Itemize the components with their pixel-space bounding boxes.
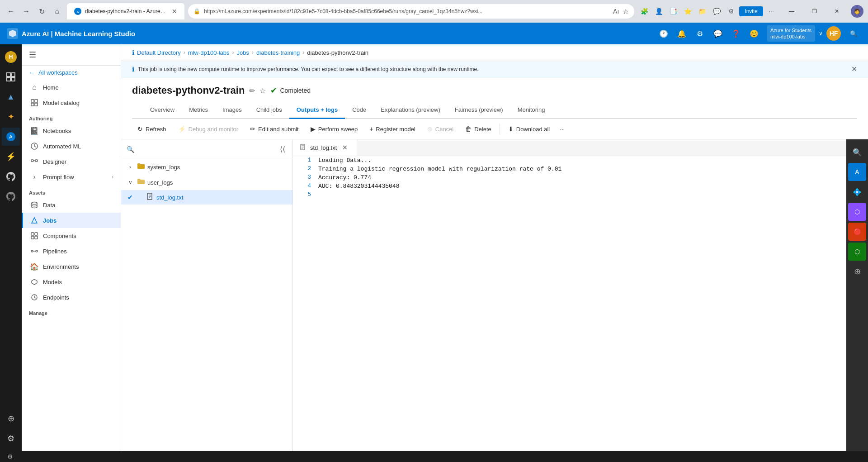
- line-number-1: 1: [300, 157, 311, 163]
- collections-icon[interactable]: 📁: [696, 5, 708, 18]
- right-search-button[interactable]: 🔍: [848, 143, 866, 161]
- sidebar-item-notebooks[interactable]: 📓 Notebooks: [22, 123, 121, 138]
- sidebar-azure-btn[interactable]: A: [2, 128, 20, 146]
- tab-fairness[interactable]: Fairness (preview): [448, 102, 510, 119]
- refresh-button[interactable]: ↻: [35, 5, 48, 18]
- notifications-icon[interactable]: 🔔: [675, 26, 689, 41]
- settings-icon-browser[interactable]: ⚙: [725, 5, 737, 18]
- tab-images[interactable]: Images: [215, 102, 249, 119]
- tree-item-std-log[interactable]: ✔ std_log.txt: [121, 190, 292, 205]
- tab-overview[interactable]: Overview: [143, 102, 182, 119]
- tab-child-jobs[interactable]: Child jobs: [249, 102, 289, 119]
- right-purple-button[interactable]: ⬡: [848, 203, 866, 221]
- home-button[interactable]: ⌂: [51, 5, 63, 18]
- cancel-button[interactable]: ⊗ Cancel: [422, 123, 459, 135]
- sidebar-item-automated-ml[interactable]: Automated ML: [22, 138, 121, 154]
- sidebar-lightning-btn[interactable]: ⚡: [2, 148, 20, 166]
- breadcrumb-diabetes-training[interactable]: diabetes-training: [256, 49, 300, 56]
- sidebar-item-prompt-flow[interactable]: › Prompt flow ›: [22, 169, 121, 185]
- bookmark-icon[interactable]: ☆: [623, 7, 629, 16]
- tab-code[interactable]: Code: [345, 102, 373, 119]
- sidebar-item-endpoints[interactable]: Endpoints: [22, 290, 121, 305]
- tab-explanations[interactable]: Explanations (preview): [373, 102, 448, 119]
- sidebar-item-data[interactable]: Data: [22, 197, 121, 213]
- emoji-icon[interactable]: 😊: [747, 26, 761, 41]
- svg-point-19: [32, 202, 37, 205]
- refresh-button[interactable]: ↻ Refresh: [132, 123, 172, 135]
- sidebar-item-model-catalog[interactable]: Model catalog: [22, 95, 121, 110]
- user-avatar[interactable]: HF: [826, 26, 841, 41]
- maximize-button[interactable]: ❐: [804, 3, 825, 19]
- close-button[interactable]: ✕: [826, 3, 847, 19]
- help-icon[interactable]: ❓: [729, 26, 743, 41]
- sidebar-spark-btn[interactable]: ✦: [2, 108, 20, 126]
- tree-item-user-logs[interactable]: ∨ user_logs: [121, 175, 292, 190]
- sidebar-item-environments[interactable]: 🏠 Environments: [22, 259, 121, 274]
- minimize-button[interactable]: —: [781, 3, 802, 19]
- address-bar[interactable]: 🔒 https://ml.azure.com/experiments/id/18…: [188, 4, 634, 19]
- profile-icon-browser[interactable]: 👤: [652, 5, 665, 18]
- sidebar-item-components[interactable]: Components: [22, 228, 121, 243]
- tab-close-button[interactable]: ✕: [172, 8, 177, 15]
- browser-tab[interactable]: A diabetes-pythonv2-train - Azure AI | M…: [67, 3, 184, 19]
- reading-list-icon[interactable]: 📑: [667, 5, 679, 18]
- register-model-button[interactable]: + Register model: [364, 123, 421, 135]
- download-all-button[interactable]: ⬇ Download all: [503, 123, 555, 135]
- all-workspaces-button[interactable]: ← All workspaces: [22, 66, 121, 80]
- sidebar-settings-gear-btn[interactable]: ⚙: [2, 429, 20, 448]
- right-green-button[interactable]: ⬡: [848, 243, 866, 261]
- sidebar-profile-btn[interactable]: H: [2, 48, 20, 66]
- perform-sweep-button[interactable]: ▶ Perform sweep: [305, 123, 363, 135]
- more-actions-button[interactable]: ···: [556, 123, 568, 135]
- favorites-icon[interactable]: ⭐: [681, 5, 694, 18]
- more-button[interactable]: ···: [765, 5, 778, 18]
- user-profile-icon[interactable]: 🧑: [851, 5, 863, 18]
- back-button[interactable]: ←: [5, 5, 17, 18]
- tab-metrics[interactable]: Metrics: [182, 102, 215, 119]
- sidebar-triangle-btn[interactable]: ▲: [2, 88, 20, 106]
- edit-submit-button[interactable]: ✏ Edit and submit: [245, 123, 304, 135]
- right-add-button[interactable]: ⊕: [848, 262, 866, 281]
- breadcrumb-mlw[interactable]: mlw-dp100-labs: [188, 49, 230, 56]
- feedback-icon[interactable]: 💬: [711, 26, 725, 41]
- user-dropdown-arrow[interactable]: ∨: [819, 30, 823, 37]
- sidebar-item-models[interactable]: Models: [22, 274, 121, 290]
- search-icon-top[interactable]: 🔍: [846, 26, 861, 41]
- sidebar-add-btn[interactable]: ⊕: [2, 410, 20, 428]
- right-copilot-button[interactable]: 💠: [848, 183, 866, 201]
- file-tab-std-log[interactable]: std_log.txt ✕: [293, 139, 357, 156]
- tab-monitoring[interactable]: Monitoring: [510, 102, 552, 119]
- breadcrumb-sep-2: ›: [232, 49, 234, 56]
- tab-outputs-logs[interactable]: Outputs + logs: [289, 102, 345, 119]
- hamburger-button[interactable]: ☰: [29, 50, 36, 60]
- extensions-icon[interactable]: 🧩: [638, 5, 651, 18]
- bottom-settings-button[interactable]: ⚙: [7, 453, 13, 460]
- browser-chat-icon[interactable]: 💬: [710, 5, 723, 18]
- tree-item-system-logs[interactable]: › system_logs: [121, 159, 292, 175]
- right-orange-button[interactable]: 🔴: [848, 223, 866, 241]
- debug-monitor-button[interactable]: ⚡ Debug and monitor: [173, 123, 244, 135]
- delete-button[interactable]: 🗑 Delete: [460, 123, 497, 135]
- settings-icon[interactable]: ⚙: [693, 26, 707, 41]
- star-icon[interactable]: ☆: [259, 86, 266, 95]
- invite-button[interactable]: Invite: [739, 6, 763, 16]
- sidebar-item-designer[interactable]: Designer: [22, 154, 121, 169]
- sidebar-item-home[interactable]: ⌂ Home: [22, 80, 121, 95]
- models-nav-label: Models: [43, 279, 62, 286]
- edit-title-icon[interactable]: ✏: [249, 86, 255, 95]
- sidebar-grid-btn[interactable]: [2, 68, 20, 86]
- history-icon[interactable]: 🕐: [656, 26, 671, 41]
- search-input[interactable]: [137, 146, 274, 152]
- sidebar-github-btn[interactable]: [2, 167, 20, 186]
- system-logs-name: system_logs: [147, 164, 180, 171]
- file-tab-close-button[interactable]: ✕: [340, 143, 349, 152]
- sidebar-item-pipelines[interactable]: Pipelines: [22, 243, 121, 259]
- right-azure-button[interactable]: A: [848, 163, 866, 181]
- collapse-button[interactable]: ⟨⟨: [278, 143, 287, 155]
- breadcrumb-jobs[interactable]: Jobs: [237, 49, 249, 56]
- forward-button[interactable]: →: [20, 5, 33, 18]
- info-close-button[interactable]: ✕: [851, 65, 857, 73]
- sidebar-item-jobs[interactable]: Jobs: [22, 213, 121, 228]
- sidebar-github2-btn[interactable]: [2, 187, 20, 205]
- breadcrumb-default-directory[interactable]: Default Directory: [137, 49, 181, 56]
